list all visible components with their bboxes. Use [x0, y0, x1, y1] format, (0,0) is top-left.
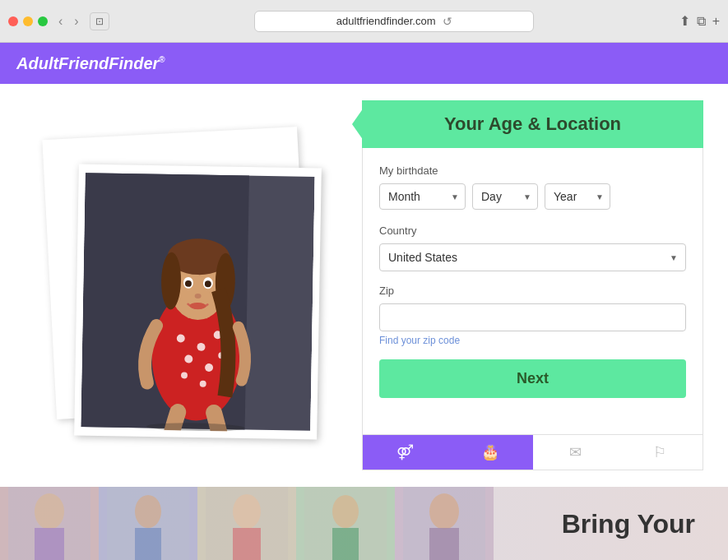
svg-rect-31 [233, 528, 261, 560]
svg-rect-37 [429, 528, 459, 560]
progress-tab-birthday[interactable]: 🎂 [447, 435, 532, 470]
birthdate-label: My birthdate [379, 164, 686, 177]
polaroid-front [74, 164, 322, 439]
maximize-button[interactable] [38, 16, 48, 26]
zip-label: Zip [379, 285, 686, 297]
refresh-icon[interactable]: ↺ [443, 15, 452, 28]
zip-input[interactable] [379, 303, 686, 331]
bottom-text: Bring Your [562, 509, 695, 539]
next-button[interactable]: Next [379, 359, 686, 398]
svg-rect-25 [35, 528, 64, 560]
address-bar-container: adultfriendfinder.com ↺ [116, 11, 673, 32]
svg-rect-28 [135, 528, 161, 560]
email-icon: ✉ [569, 443, 582, 461]
window-button[interactable]: ⧉ [697, 14, 706, 29]
svg-point-24 [35, 493, 64, 530]
logo-trademark: ® [159, 55, 165, 64]
site-header: AdultFriendFinder® [0, 43, 728, 84]
svg-point-30 [233, 494, 261, 529]
new-tab-button[interactable]: + [712, 14, 720, 29]
form-header-tab [352, 108, 364, 141]
page-content: AdultFriendFinder® [0, 43, 728, 560]
form-area: Your Age & Location My birthdate Month J… [362, 100, 703, 470]
bottom-photo-3 [197, 487, 296, 560]
tab-icon-button[interactable]: ⊡ [90, 12, 109, 30]
browser-actions: ⬆ ⧉ + [679, 13, 720, 29]
bottom-photo-2 [99, 487, 197, 560]
country-select[interactable]: United States Canada United Kingdom Aust… [379, 243, 686, 271]
bottom-photos [0, 487, 494, 560]
site-logo: AdultFriendFinder® [16, 54, 165, 73]
bottom-photo-5 [395, 487, 494, 560]
progress-tab-profile[interactable]: ⚐ [618, 435, 702, 470]
svg-point-27 [135, 495, 161, 528]
photo-area [25, 100, 337, 470]
svg-rect-34 [332, 528, 359, 560]
profile-icon: ⚐ [653, 443, 666, 461]
find-zip-link[interactable]: Find your zip code [379, 335, 686, 346]
bottom-strip: Bring Your [0, 487, 728, 560]
year-select-wrapper: Year 2005200420032002 2001200019991998 1… [545, 183, 610, 210]
minimize-button[interactable] [23, 16, 33, 26]
birthday-icon: 🎂 [481, 443, 499, 461]
nav-buttons: ‹ › [54, 12, 83, 30]
main-content: Your Age & Location My birthdate Month J… [0, 84, 728, 487]
progress-tab-email[interactable]: ✉ [533, 435, 618, 470]
birthdate-selects: Month JanuaryFebruaryMarch AprilMayJune … [379, 183, 686, 210]
year-select[interactable]: Year 2005200420032002 2001200019991998 1… [545, 183, 610, 210]
month-select-wrapper: Month JanuaryFebruaryMarch AprilMayJune … [379, 183, 466, 210]
close-button[interactable] [8, 16, 18, 26]
day-select[interactable]: Day 12345 678910 1112131415 1617181920 2… [472, 183, 538, 210]
back-button[interactable]: ‹ [54, 12, 67, 30]
progress-tabs: ⚤ 🎂 ✉ ⚐ [362, 435, 703, 470]
svg-point-33 [332, 495, 359, 528]
progress-tab-gender[interactable]: ⚤ [363, 435, 447, 470]
forward-button[interactable]: › [70, 12, 82, 30]
bottom-photo-1 [0, 487, 99, 560]
address-bar[interactable]: adultfriendfinder.com ↺ [254, 11, 534, 32]
url-text: adultfriendfinder.com [336, 15, 436, 27]
share-button[interactable]: ⬆ [679, 13, 690, 29]
browser-chrome: ‹ › ⊡ adultfriendfinder.com ↺ ⬆ ⧉ + [0, 0, 728, 43]
country-label: Country [379, 224, 686, 237]
profile-photo [81, 171, 314, 433]
form-header: Your Age & Location [362, 100, 703, 148]
form-body: My birthdate Month JanuaryFebruaryMarch … [362, 148, 703, 435]
form-title: Your Age & Location [444, 113, 621, 134]
gender-icon: ⚤ [396, 443, 414, 461]
svg-point-36 [429, 493, 459, 530]
month-select[interactable]: Month JanuaryFebruaryMarch AprilMayJune … [379, 183, 466, 210]
bottom-photo-4 [296, 487, 395, 560]
country-select-wrapper: United States Canada United Kingdom Aust… [379, 243, 686, 271]
traffic-lights [8, 16, 48, 26]
day-select-wrapper: Day 12345 678910 1112131415 1617181920 2… [472, 183, 538, 210]
